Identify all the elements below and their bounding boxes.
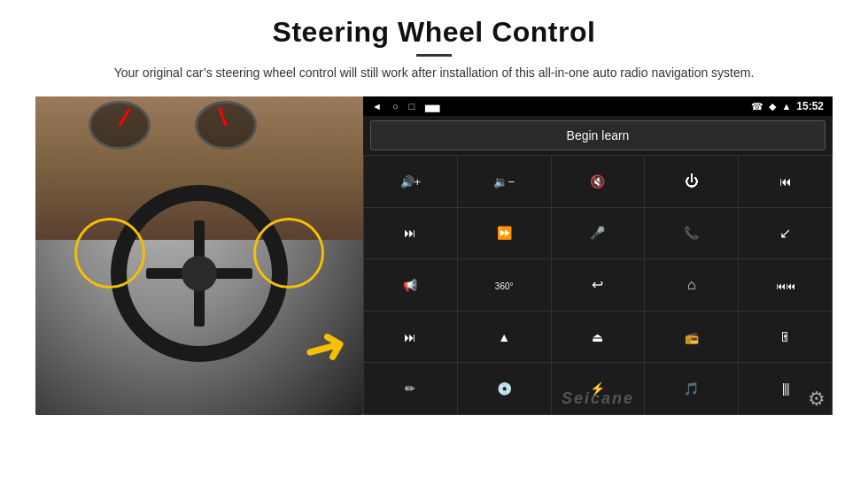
phone-icon [684,225,699,241]
source-button[interactable] [552,312,645,363]
status-time: 15:52 [796,100,824,112]
nav-icon [498,329,510,345]
recents-nav-icon[interactable]: □ [409,101,415,112]
power-icon [685,173,699,189]
skip-forward-button[interactable] [364,312,457,363]
needle-right [218,106,227,126]
sw-center-hub [182,256,217,291]
vol-down-icon [493,173,515,189]
gauge-right [195,101,257,150]
highlight-circle-left [74,218,145,289]
volume-down-button[interactable] [458,156,551,207]
status-bar-left: ◄ ○ □ ▅▅ [372,101,439,112]
sound-icon [403,277,417,293]
page-subtitle: Your original car’s steering wheel contr… [89,64,779,82]
eject-icon [592,329,603,345]
gauge-left [89,101,151,150]
begin-learn-row: Begin learn [363,116,833,155]
steering-wheel-photo: ➜ [35,96,363,415]
volume-up-button[interactable] [364,156,457,207]
back-nav-icon[interactable]: ◄ [372,101,382,112]
learn/edit-button[interactable] [364,363,457,414]
sound-button[interactable] [364,259,457,311]
radio-icon [685,329,699,345]
fast-forward-button[interactable] [458,208,551,259]
content-area: ➜ ◄ ○ □ ▅▅ ☎ ◆ ▲ 15:52 [35,96,833,415]
360-icon [495,277,514,293]
home-icon [687,277,696,293]
home-nav-icon[interactable]: ○ [392,101,399,112]
page-wrapper: Steering Wheel Control Your original car… [0,0,868,485]
page-title: Steering Wheel Control [35,16,833,49]
vol-up-icon [400,173,422,189]
previous/call-button[interactable] [739,156,832,207]
mute-button[interactable] [552,156,645,207]
dvd-icon [497,381,512,396]
settings-gear-icon[interactable]: ⚙ [808,388,825,411]
next-track-button[interactable] [364,208,457,259]
pen-icon [405,381,415,396]
home-button[interactable] [645,259,738,311]
begin-learn-button[interactable]: Begin learn [370,120,825,150]
wifi-status-icon: ▲ [781,101,791,112]
phone-status-icon: ☎ [751,101,763,112]
highlight-circle-right [253,218,324,289]
status-bar-right: ☎ ◆ ▲ 15:52 [751,100,824,112]
head-unit-display: ◄ ○ □ ▅▅ ☎ ◆ ▲ 15:52 Begin learn [363,96,833,415]
power-button[interactable] [645,156,738,207]
dvd-button[interactable] [458,363,551,414]
skip-back-icon [776,277,795,293]
title-section: Steering Wheel Control Your original car… [35,16,833,91]
back-icon [592,276,603,293]
skip-fwd-icon [404,329,416,345]
status-bar: ◄ ○ □ ▅▅ ☎ ◆ ▲ 15:52 [363,96,833,116]
location-status-icon: ◆ [769,101,776,112]
needle-left [119,108,131,127]
next-track-icon [404,225,416,241]
prev-track-icon [779,173,792,189]
phone-button[interactable] [645,208,738,259]
eq-icon [779,329,792,345]
radio-button[interactable] [645,312,738,363]
bars-icon [782,381,789,396]
title-divider [416,54,452,57]
fast-fwd-icon [497,225,512,241]
music-button[interactable] [645,363,738,414]
music-icon [684,381,699,396]
bt-icon [590,381,605,396]
mute-icon [590,173,605,189]
mic-icon [590,225,605,241]
call-end-icon [779,225,791,242]
navigation-button[interactable] [458,312,551,363]
microphone-button[interactable] [552,208,645,259]
controls-grid [363,155,833,415]
battery-icon: ▅▅ [425,101,439,112]
call-end-button[interactable] [739,208,832,259]
equalizer-button[interactable] [739,312,832,363]
bluetooth-button[interactable] [552,363,645,414]
skip-back-button[interactable] [739,259,832,311]
360-camera-button[interactable] [458,259,551,311]
back-button[interactable] [552,259,645,311]
